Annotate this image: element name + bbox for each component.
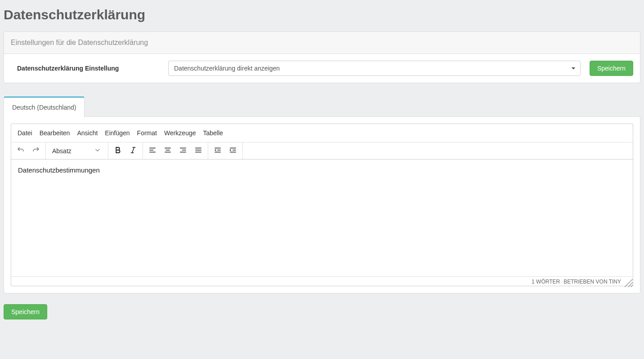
- format-select-label: Absatz: [52, 147, 72, 155]
- undo-icon: [17, 146, 25, 155]
- resize-handle[interactable]: [625, 279, 630, 284]
- indent-icon: [229, 146, 237, 155]
- save-settings-button[interactable]: Speichern: [590, 61, 633, 76]
- svg-line-2: [132, 147, 134, 153]
- menu-tools[interactable]: Werkzeuge: [161, 126, 200, 140]
- align-center-icon: [164, 146, 172, 155]
- resize-icon: [625, 279, 630, 287]
- menu-table[interactable]: Tabelle: [200, 126, 227, 140]
- editor-menubar: Datei Bearbeiten Ansicht Einfügen Format…: [11, 124, 633, 142]
- align-justify-icon: [194, 146, 202, 155]
- bold-icon: [114, 146, 122, 155]
- menu-view[interactable]: Ansicht: [73, 126, 101, 140]
- tab-language-de[interactable]: Deutsch (Deutschland): [4, 97, 85, 117]
- editor-statusbar: 1 WÖRTER BETRIEBEN VON TINY: [11, 276, 633, 286]
- menu-file[interactable]: Datei: [14, 126, 36, 140]
- italic-button[interactable]: [125, 143, 141, 159]
- align-right-button[interactable]: [175, 143, 191, 159]
- redo-icon: [32, 146, 40, 155]
- italic-icon: [129, 146, 137, 155]
- menu-edit[interactable]: Bearbeiten: [36, 126, 74, 140]
- setting-label: Datenschutzerklärung Einstellung: [11, 65, 159, 72]
- menu-format[interactable]: Format: [134, 126, 161, 140]
- bold-button[interactable]: [110, 143, 125, 159]
- word-count: 1 WÖRTER: [532, 279, 560, 285]
- align-left-icon: [148, 146, 157, 155]
- align-left-button[interactable]: [145, 143, 160, 159]
- align-right-icon: [179, 146, 187, 155]
- align-center-button[interactable]: [160, 143, 175, 159]
- save-page-button[interactable]: Speichern: [4, 304, 47, 319]
- settings-panel-heading: Einstellungen für die Datenschutzerkläru…: [4, 32, 640, 54]
- settings-panel: Einstellungen für die Datenschutzerkläru…: [4, 31, 640, 83]
- menu-insert[interactable]: Einfügen: [101, 126, 133, 140]
- format-select[interactable]: Absatz: [48, 146, 106, 155]
- outdent-button[interactable]: [210, 143, 225, 159]
- redo-button[interactable]: [28, 143, 44, 159]
- outdent-icon: [214, 146, 222, 155]
- undo-button[interactable]: [13, 143, 28, 159]
- align-justify-button[interactable]: [191, 143, 206, 159]
- rich-text-editor: Datei Bearbeiten Ansicht Einfügen Format…: [11, 124, 633, 286]
- editor-section: Deutsch (Deutschland) Datei Bearbeiten A…: [4, 97, 640, 293]
- page-title: Datenschutzerklärung: [4, 7, 640, 22]
- indent-button[interactable]: [225, 143, 241, 159]
- editor-toolbar: Absatz: [11, 142, 633, 160]
- powered-by-label: BETRIEBEN VON TINY: [564, 279, 621, 285]
- editor-content-area[interactable]: Datenschutzbestimmungen: [11, 160, 633, 276]
- chevron-down-icon: [94, 146, 102, 155]
- setting-select[interactable]: Datenschutzerklärung direkt anzeigen: [168, 61, 581, 76]
